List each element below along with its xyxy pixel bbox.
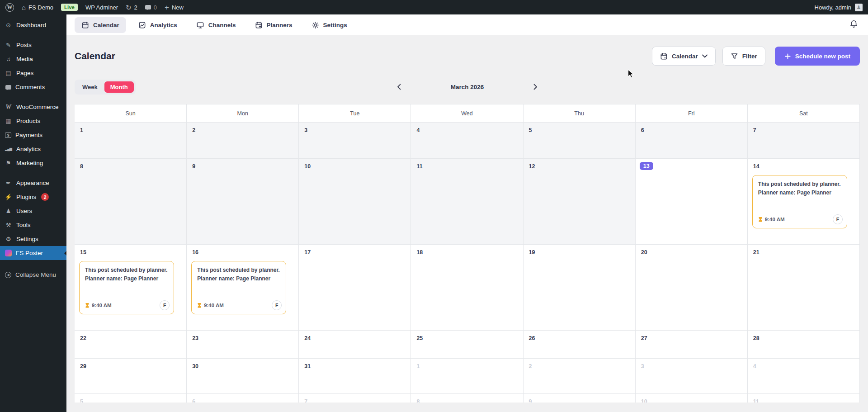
tab-calendar[interactable]: Calendar (75, 17, 126, 33)
sidebar-item-appearance[interactable]: ✒Appearance (0, 176, 66, 190)
day-number: 1 (416, 363, 420, 369)
previous-month-button[interactable] (393, 81, 406, 93)
day-header-tue: Tue (299, 104, 411, 122)
live-badge: Live (61, 4, 78, 11)
filter-button[interactable]: Filter (722, 47, 765, 66)
sidebar-item-fs-poster[interactable]: FS Poster (0, 246, 66, 260)
day-number: 6 (192, 398, 195, 403)
sidebar-item-settings[interactable]: ⚙Settings (0, 232, 66, 246)
collapse-menu-button[interactable]: ◀ Collapse Menu (0, 268, 66, 282)
week-toggle-button[interactable]: Week (76, 81, 104, 93)
notifications-bell-icon[interactable] (849, 20, 858, 30)
sidebar-item-label: Products (16, 118, 40, 124)
calendar-day-cell-3[interactable]: 3 (636, 359, 748, 393)
calendar-week-row: 22232425262728 (75, 331, 860, 359)
calendar-day-cell-22[interactable]: 22 (75, 331, 187, 358)
day-number: 5 (529, 127, 532, 133)
calendar-day-cell-8[interactable]: 8 (411, 394, 523, 403)
calendar-day-cell-18[interactable]: 18 (411, 245, 523, 330)
calendar-day-cell-16[interactable]: 16This post scheduled by planner. Planne… (187, 245, 299, 330)
calendar-day-cell-29[interactable]: 29 (75, 359, 187, 393)
scheduled-post-card[interactable]: This post scheduled by planner. Planner … (191, 261, 286, 314)
today-date-badge: 13 (640, 162, 653, 170)
calendar-day-cell-3[interactable]: 3 (299, 123, 411, 158)
calendar-day-cell-2[interactable]: 2 (187, 123, 299, 158)
calendar-day-cell-27[interactable]: 27 (636, 331, 748, 358)
calendar-day-cell-10[interactable]: 10 (636, 394, 748, 403)
sidebar-item-payments[interactable]: $Payments (0, 128, 66, 142)
calendar-day-cell-26[interactable]: 26 (524, 331, 636, 358)
calendar-day-cell-28[interactable]: 28 (748, 331, 860, 358)
calendar-day-cell-6[interactable]: 6 (187, 394, 299, 403)
sidebar-item-pages[interactable]: ▤Pages (0, 66, 66, 80)
wp-adminer-link[interactable]: WP Adminer (85, 4, 118, 11)
next-month-button[interactable] (529, 81, 542, 93)
calendar-day-cell-17[interactable]: 17 (299, 245, 411, 330)
calendar-day-cell-7[interactable]: 7 (299, 394, 411, 403)
calendar-day-cell-12[interactable]: 12 (524, 159, 636, 244)
calendar-day-cell-21[interactable]: 21 (748, 245, 860, 330)
month-toggle-button[interactable]: Month (104, 81, 134, 93)
calendar-day-cell-1[interactable]: 1 (411, 359, 523, 393)
day-number: 7 (753, 127, 756, 133)
day-number: 18 (416, 249, 423, 256)
calendar-day-cell-15[interactable]: 15This post scheduled by planner. Planne… (75, 245, 187, 330)
calendar-day-cell-9[interactable]: 9 (524, 394, 636, 403)
sidebar-item-dashboard[interactable]: ⊙Dashboard (0, 18, 66, 32)
sidebar-item-comments[interactable]: Comments (0, 80, 66, 94)
calendar-day-cell-9[interactable]: 9 (187, 159, 299, 244)
comments-link[interactable]: 0 (145, 4, 157, 11)
calendar-day-cell-25[interactable]: 25 (411, 331, 523, 358)
day-header-sun: Sun (75, 104, 187, 122)
day-number: 7 (304, 398, 307, 403)
calendar-day-cell-30[interactable]: 30 (187, 359, 299, 393)
sidebar-item-posts[interactable]: ✎Posts (0, 38, 66, 52)
calendar-day-cell-11[interactable]: 11 (411, 159, 523, 244)
calendar-day-cell-24[interactable]: 24 (299, 331, 411, 358)
calendar-day-cell-11[interactable]: 11 (748, 394, 860, 403)
wordpress-logo-menu[interactable]: W (5, 3, 14, 12)
sidebar-item-plugins[interactable]: ⚡Plugins2 (0, 190, 66, 204)
day-number: 28 (753, 335, 760, 341)
sidebar-item-media[interactable]: ♫Media (0, 52, 66, 66)
calendar-day-cell-13[interactable]: 13 (636, 159, 748, 244)
calendar-day-cell-4[interactable]: 4 (411, 123, 523, 158)
chevron-down-icon (702, 54, 708, 58)
sidebar-item-tools[interactable]: ⚒Tools (0, 218, 66, 232)
calendar-day-cell-4[interactable]: 4 (748, 359, 860, 393)
scheduled-post-card[interactable]: This post scheduled by planner. Planner … (79, 261, 174, 314)
calendar-day-cell-19[interactable]: 19 (524, 245, 636, 330)
calendar-day-cell-8[interactable]: 8 (75, 159, 187, 244)
calendar-day-cell-5[interactable]: 5 (524, 123, 636, 158)
tab-channels[interactable]: Channels (189, 17, 243, 33)
calendar-day-cell-5[interactable]: 5 (75, 394, 187, 403)
day-number: 29 (80, 363, 86, 369)
site-name-link[interactable]: ⌂ FS Demo (22, 4, 53, 11)
calendar-day-cell-2[interactable]: 2 (524, 359, 636, 393)
updates-link[interactable]: ↻ 2 (126, 4, 137, 11)
calendar-day-cell-20[interactable]: 20 (636, 245, 748, 330)
sidebar-item-marketing[interactable]: ⚑Marketing (0, 156, 66, 170)
scheduled-post-card[interactable]: This post scheduled by planner. Planner … (752, 175, 847, 228)
sidebar-item-users[interactable]: ♟Users (0, 204, 66, 218)
sidebar-item-products[interactable]: ▦Products (0, 114, 66, 128)
my-account-menu[interactable]: Howdy, admin ♟ (815, 4, 863, 11)
calendar-day-cell-6[interactable]: 6 (636, 123, 748, 158)
calendar-day-cell-23[interactable]: 23 (187, 331, 299, 358)
chevron-right-icon (533, 84, 538, 90)
day-header-thu: Thu (524, 104, 636, 122)
tab-settings[interactable]: Settings (305, 17, 354, 33)
calendar-day-cell-31[interactable]: 31 (299, 359, 411, 393)
tab-analytics[interactable]: Analytics (132, 17, 184, 33)
new-content-menu[interactable]: + New (165, 4, 184, 11)
calendar-day-cell-10[interactable]: 10 (299, 159, 411, 244)
tab-planners[interactable]: Planners (248, 17, 299, 33)
schedule-new-post-button[interactable]: Schedule new post (775, 47, 860, 66)
calendar-day-cell-1[interactable]: 1 (75, 123, 187, 158)
sidebar-item-analytics[interactable]: ▂▄▆Analytics (0, 142, 66, 156)
calendar-day-cell-14[interactable]: 14This post scheduled by planner. Planne… (748, 159, 860, 244)
calendar-day-cell-7[interactable]: 7 (748, 123, 860, 158)
sidebar-item-woocommerce[interactable]: WWooCommerce (0, 100, 66, 114)
updates-count: 2 (134, 4, 137, 11)
calendar-view-dropdown[interactable]: Calendar (652, 47, 716, 66)
